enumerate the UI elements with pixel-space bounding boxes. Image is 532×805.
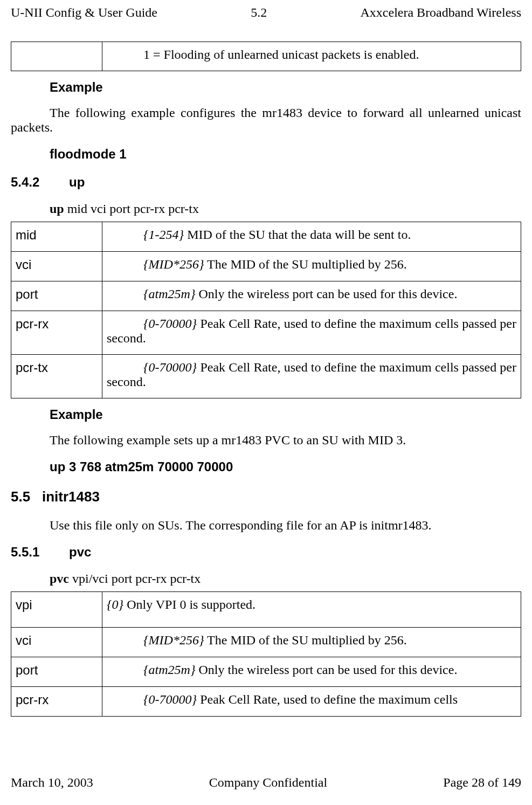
param-range: {atm25m}	[143, 663, 196, 677]
section-5-5-text: Use this file only on SUs. The correspon…	[50, 518, 521, 533]
table-row: pcr-tx {0-70000} Peak Cell Rate, used to…	[11, 355, 521, 398]
syntax-args: mid vci port pcr-rx pcr-tx	[64, 202, 199, 216]
param-desc: {atm25m} Only the wireless port can be u…	[102, 657, 521, 687]
param-key: port	[11, 657, 102, 687]
param-desc: {0} Only VPI 0 is supported.	[102, 592, 521, 628]
param-desc-text: MID of the SU that the data will be sent…	[184, 228, 411, 242]
param-key: vpi	[11, 592, 102, 628]
section-title: initr1483	[42, 488, 100, 505]
header-left: U-NII Config & User Guide	[11, 5, 157, 20]
up-params-table: mid {1-254} MID of the SU that the data …	[11, 222, 521, 398]
example-command-text: up 3 768 atm25m 70000 70000	[50, 459, 233, 474]
param-key: vci	[11, 252, 102, 281]
up-syntax: up mid vci port pcr-rx pcr-tx	[50, 202, 521, 216]
param-desc-text: Only the wireless port can be used for t…	[196, 663, 458, 677]
example-command: floodmode 1	[50, 147, 521, 162]
table-row: pcr-rx {0-70000} Peak Cell Rate, used to…	[11, 311, 521, 355]
param-key: port	[11, 281, 102, 311]
param-desc: {0-70000} Peak Cell Rate, used to define…	[102, 687, 521, 717]
param-desc-text: Only VPI 0 is supported.	[123, 597, 255, 611]
param-range: {0-70000}	[143, 317, 197, 331]
table-row: vci {MID*256} The MID of the SU multipli…	[11, 628, 521, 657]
syntax-keyword: pvc	[50, 572, 69, 586]
section-number: 5.5	[11, 488, 42, 505]
header-right: Axxcelera Broadband Wireless	[361, 5, 521, 20]
param-range: {0}	[107, 597, 123, 611]
section-title: pvc	[69, 545, 91, 559]
param-range: {1-254}	[143, 228, 184, 242]
page-footer: March 10, 2003 Company Confidential Page…	[11, 775, 521, 790]
param-key: pcr-rx	[11, 311, 102, 355]
footer-center: Company Confidential	[209, 775, 327, 790]
section-5-4-2-heading: 5.4.2up	[11, 175, 521, 190]
param-desc-text: Peak Cell Rate, used to define the maxim…	[197, 692, 458, 706]
example-heading: Example	[50, 80, 521, 95]
table-row: vpi {0} Only VPI 0 is supported.	[11, 592, 521, 628]
section-5-5-1-heading: 5.5.1pvc	[11, 545, 521, 560]
param-desc: {MID*256} The MID of the SU multiplied b…	[102, 628, 521, 657]
example-heading: Example	[50, 407, 521, 422]
header-center: 5.2	[251, 5, 267, 20]
param-desc: {MID*256} The MID of the SU multiplied b…	[102, 252, 521, 281]
example-text: The following example configures the mr1…	[11, 106, 521, 135]
floodmode-table-cont: 1 = Flooding of unlearned unicast packet…	[11, 42, 521, 71]
param-key	[11, 42, 102, 71]
example-text: The following example sets up a mr1483 P…	[50, 433, 521, 448]
pvc-params-table: vpi {0} Only VPI 0 is supported. vci {MI…	[11, 591, 521, 717]
section-5-5-heading: 5.5initr1483	[11, 488, 521, 505]
param-desc-text: The MID of the SU multiplied by 256.	[204, 633, 407, 647]
table-row: vci {MID*256} The MID of the SU multipli…	[11, 252, 521, 281]
param-desc: {1-254} MID of the SU that the data will…	[102, 222, 521, 252]
param-key: vci	[11, 628, 102, 657]
syntax-keyword: up	[50, 202, 64, 216]
param-range: {MID*256}	[143, 633, 204, 647]
param-desc-text: The MID of the SU multiplied by 256.	[204, 257, 407, 271]
param-desc: {0-70000} Peak Cell Rate, used to define…	[102, 311, 521, 355]
param-key: pcr-rx	[11, 687, 102, 717]
param-range: {0-70000}	[143, 360, 197, 374]
page-header: U-NII Config & User Guide 5.2 Axxcelera …	[11, 5, 521, 20]
param-range: {MID*256}	[143, 257, 204, 271]
param-desc-text: 1 = Flooding of unlearned unicast packet…	[107, 47, 419, 61]
param-desc-text: Only the wireless port can be used for t…	[196, 287, 458, 301]
example-text-content: The following example configures the mr1…	[11, 106, 521, 134]
table-row: pcr-rx {0-70000} Peak Cell Rate, used to…	[11, 687, 521, 717]
param-desc: {0-70000} Peak Cell Rate, used to define…	[102, 355, 521, 398]
param-range: {0-70000}	[143, 692, 197, 706]
param-key: pcr-tx	[11, 355, 102, 398]
section-number: 5.5.1	[11, 545, 69, 560]
table-row: port {atm25m} Only the wireless port can…	[11, 281, 521, 311]
section-title: up	[69, 175, 85, 189]
table-row: 1 = Flooding of unlearned unicast packet…	[11, 42, 521, 71]
table-row: port {atm25m} Only the wireless port can…	[11, 657, 521, 687]
table-row: mid {1-254} MID of the SU that the data …	[11, 222, 521, 252]
param-desc: {atm25m} Only the wireless port can be u…	[102, 281, 521, 311]
footer-right: Page 28 of 149	[443, 775, 521, 790]
footer-left: March 10, 2003	[11, 775, 93, 790]
syntax-args: vpi/vci port pcr-rx pcr-tx	[69, 572, 201, 586]
param-range: {atm25m}	[143, 287, 196, 301]
section-number: 5.4.2	[11, 175, 69, 190]
param-key: mid	[11, 222, 102, 252]
param-desc: 1 = Flooding of unlearned unicast packet…	[102, 42, 521, 71]
example-command: up 3 768 atm25m 70000 70000	[50, 459, 521, 474]
pvc-syntax: pvc vpi/vci port pcr-rx pcr-tx	[50, 572, 521, 586]
example-command-text: floodmode 1	[50, 147, 127, 161]
